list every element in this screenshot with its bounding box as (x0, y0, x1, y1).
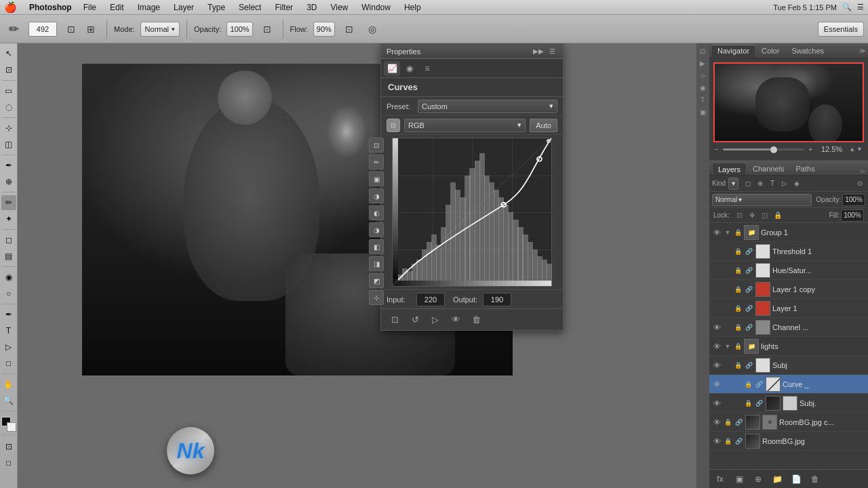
layer-lock-l1[interactable]: 🔒 (734, 304, 742, 312)
menu-edit[interactable]: Edit (108, 2, 126, 13)
output-field[interactable]: 190 (483, 293, 511, 306)
layer-eye-l1[interactable]: 👁 (712, 304, 722, 313)
layer-lock-subj[interactable]: 🔒 (734, 361, 742, 369)
menu-control-icon[interactable]: ☰ (857, 3, 864, 12)
layer-link-channel[interactable]: 🔗 (744, 323, 753, 332)
mode-dropdown[interactable]: Normal (140, 22, 180, 37)
opacity-value[interactable]: 100% (842, 194, 865, 206)
zoom-slider[interactable] (723, 148, 804, 150)
preset-dropdown[interactable]: Custom ▾ (418, 100, 557, 113)
prop-tab-lines-icon[interactable]: ≡ (419, 61, 435, 76)
flow-icon[interactable]: ⊡ (340, 20, 358, 38)
filter-adjustment[interactable]: ⊕ (755, 178, 766, 189)
gradient-tool[interactable]: ▤ (1, 249, 16, 264)
layer-lights-group[interactable]: 👁 ▼ 🔒 📁 lights (709, 337, 868, 356)
filter-type[interactable]: T (767, 178, 778, 189)
layer-eye-group1[interactable]: 👁 (712, 228, 722, 237)
layer-eye-lights[interactable]: 👁 (712, 342, 722, 351)
layer-lock-huesat[interactable]: 🔒 (734, 266, 742, 274)
lock-move[interactable]: ✥ (747, 210, 757, 221)
zoom-handle[interactable] (770, 146, 777, 153)
curves-tool-4[interactable]: ◑ (369, 188, 384, 203)
layer-link-roombg[interactable]: 🔗 (734, 436, 743, 446)
type-tool[interactable]: T (1, 323, 16, 338)
menu-file[interactable]: File (81, 2, 98, 13)
tool-option-2[interactable]: ⊞ (82, 20, 100, 38)
curves-eyedropper-mid[interactable]: ◨ (369, 256, 384, 271)
filter-smart[interactable]: ◈ (791, 178, 802, 189)
prop-btn-visibility[interactable]: 👁 (448, 312, 464, 328)
curves-tool-5[interactable]: ◐ (369, 205, 384, 220)
layer-lock-channel[interactable]: 🔒 (734, 323, 742, 331)
layer-roombg[interactable]: 👁 🔒 🔗 RoomBG.jpg (709, 432, 868, 451)
edge-btn-4[interactable]: ◉ (698, 83, 707, 92)
layer-eye-roombgc[interactable]: 👁 (712, 418, 722, 427)
slice-tool[interactable]: ◫ (1, 137, 16, 152)
edge-btn-2[interactable]: ▶ (698, 58, 707, 68)
tab-paths[interactable]: Paths (791, 163, 821, 175)
navigator-thumbnail[interactable] (713, 62, 864, 142)
layer-link-curve[interactable]: 🔗 (754, 380, 764, 389)
menu-filter[interactable]: Filter (273, 2, 295, 13)
layer-curve[interactable]: 👁 🔒 🔗 Curve _ (709, 375, 868, 394)
panel-grip[interactable]: ≫ (859, 168, 865, 175)
menu-type[interactable]: Type (205, 2, 227, 13)
edge-btn-6[interactable]: ▣ (698, 107, 707, 117)
panel-collapse-btn[interactable]: ≫ (859, 47, 865, 54)
fill-value[interactable]: 100% (841, 209, 864, 222)
tab-layers[interactable]: Layers (712, 163, 747, 175)
opacity-pressure-icon[interactable]: ⊡ (258, 20, 276, 38)
menu-layer[interactable]: Layer (172, 2, 196, 13)
edge-btn-3[interactable]: ⊹ (698, 70, 707, 80)
layer-roombg-copy[interactable]: 👁 🔒 🔗 ⊕ RoomBG.jpg c... (709, 413, 868, 432)
curves-tool-1[interactable]: ⊡ (369, 138, 384, 152)
eraser-tool[interactable]: ◻ (1, 232, 16, 247)
lock-artboard[interactable]: ◫ (760, 210, 770, 221)
layer-eye-subj[interactable]: 👁 (712, 361, 722, 370)
footer-fx[interactable]: fx (713, 472, 727, 486)
filter-pixel[interactable]: ◻ (743, 178, 753, 189)
tool-option-1[interactable]: ⊡ (62, 20, 80, 38)
menu-select[interactable]: Select (237, 2, 263, 13)
menu-3d[interactable]: 3D (304, 2, 319, 13)
layer-link-huesat[interactable]: 🔗 (744, 266, 753, 275)
layer-channel[interactable]: 👁 🔒 🔗 Channel ... (709, 318, 868, 337)
layer-eye-curve[interactable]: 👁 (712, 380, 722, 389)
filter-toggle[interactable]: ⊙ (854, 178, 865, 189)
edge-btn-5[interactable]: T (698, 95, 707, 104)
tab-navigator[interactable]: Navigator (712, 45, 755, 57)
prop-tab-curves-icon[interactable]: 📈 (384, 61, 400, 76)
menu-search-icon[interactable]: 🔍 (842, 3, 852, 12)
menu-help[interactable]: Help (402, 2, 423, 13)
curves-eyedropper-highlight[interactable]: ◩ (369, 273, 384, 288)
layer-1[interactable]: 👁 🔒 🔗 Layer 1 (709, 299, 868, 318)
pen-tool[interactable]: ✒ (1, 307, 16, 322)
crop-tool[interactable]: ⊹ (1, 121, 16, 136)
curve-point-highlight[interactable] (547, 139, 551, 143)
layer-link-l1copy[interactable]: 🔗 (744, 285, 753, 294)
footer-new-layer[interactable]: 📄 (789, 472, 803, 486)
tab-swatches[interactable]: Swatches (786, 45, 829, 57)
properties-menu-btn[interactable]: ☰ (547, 46, 557, 57)
channel-dropdown[interactable]: RGB ▾ (404, 119, 526, 132)
footer-adjustment[interactable]: ⊕ (751, 472, 765, 486)
properties-expand-btn[interactable]: ▶▶ (533, 46, 544, 57)
curves-tool-2[interactable]: ✏ (369, 155, 384, 169)
layer-lock-roombg[interactable]: 🔒 (724, 437, 732, 445)
background-color[interactable] (7, 422, 16, 432)
layer-link-threshold1[interactable]: 🔗 (744, 247, 753, 256)
footer-delete[interactable]: 🗑 (808, 472, 822, 486)
clone-tool[interactable]: ✦ (1, 211, 16, 226)
layer-subj-photo[interactable]: 👁 🔒 🔗 Subj. (709, 394, 868, 413)
zoom-alt-icon-2[interactable]: ▼ (856, 146, 863, 152)
zoom-in-icon[interactable]: + (808, 146, 812, 153)
layer-hue-sat[interactable]: 👁 🔒 🔗 Hue/Satur... (709, 261, 868, 280)
filter-shape[interactable]: ▷ (779, 178, 790, 189)
shape-tool[interactable]: □ (1, 356, 16, 371)
layer-lock-roombgc[interactable]: 🔒 (724, 418, 732, 426)
prop-tab-circle-icon[interactable]: ◉ (401, 61, 418, 76)
hand-tool[interactable]: ✋ (1, 377, 16, 392)
opacity-value[interactable]: 100% (226, 22, 252, 37)
essentials-dropdown[interactable]: Essentials (818, 22, 864, 37)
menu-image[interactable]: Image (136, 2, 162, 13)
